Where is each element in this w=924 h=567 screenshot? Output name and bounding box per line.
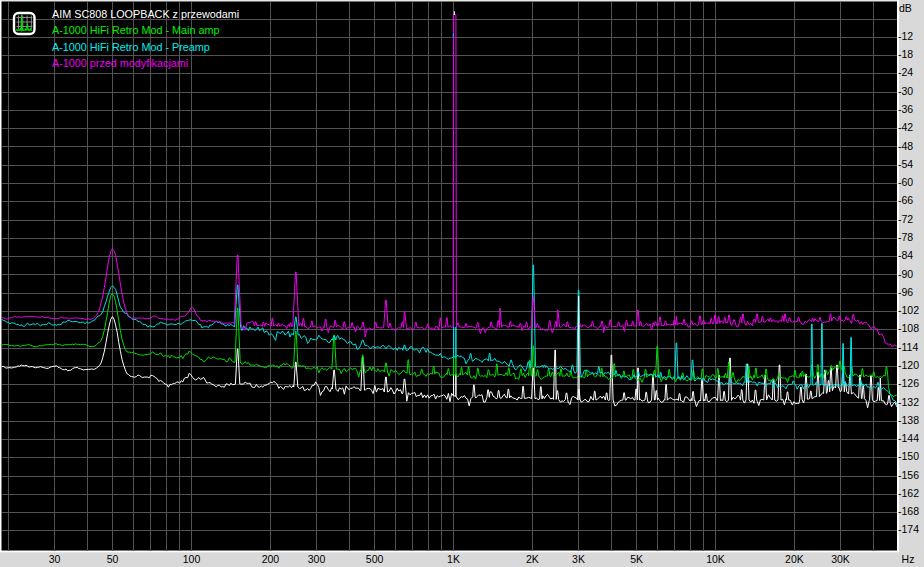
svg-text:2K: 2K — [526, 553, 539, 565]
svg-text:A-1000 HiFi Retro Mod - Preamp: A-1000 HiFi Retro Mod - Preamp — [52, 41, 210, 53]
svg-text:-78: -78 — [898, 231, 913, 243]
svg-text:-60: -60 — [898, 176, 913, 188]
svg-text:-30: -30 — [898, 85, 913, 97]
svg-text:-36: -36 — [898, 103, 913, 115]
svg-text:Hz: Hz — [902, 553, 915, 565]
svg-text:-24: -24 — [898, 66, 913, 78]
svg-text:5K: 5K — [630, 553, 643, 565]
svg-text:30: 30 — [49, 553, 61, 565]
svg-text:300: 300 — [308, 553, 326, 565]
svg-text:-84: -84 — [898, 249, 913, 261]
svg-text:1K: 1K — [447, 553, 460, 565]
svg-text:AIM SC808 LOOPBACK z przewodam: AIM SC808 LOOPBACK z przewodami — [52, 8, 239, 20]
svg-text:3K: 3K — [572, 553, 585, 565]
svg-text:-168: -168 — [898, 505, 919, 517]
svg-text:-66: -66 — [898, 194, 913, 206]
svg-text:-150: -150 — [898, 450, 919, 462]
svg-text:-162: -162 — [898, 487, 919, 499]
svg-text:30K: 30K — [831, 553, 850, 565]
svg-text:-108: -108 — [898, 322, 919, 334]
svg-text:A-1000 HiFi Retro Mod - Main a: A-1000 HiFi Retro Mod - Main amp — [52, 24, 219, 36]
svg-text:-48: -48 — [898, 140, 913, 152]
svg-text:dB: dB — [899, 2, 912, 14]
svg-text:-102: -102 — [898, 304, 919, 316]
svg-text:-126: -126 — [898, 377, 919, 389]
svg-text:20K: 20K — [785, 553, 804, 565]
svg-text:-18: -18 — [898, 48, 913, 60]
svg-text:-72: -72 — [898, 213, 913, 225]
svg-text:-138: -138 — [898, 414, 919, 426]
svg-text:-144: -144 — [898, 432, 919, 444]
svg-text:50: 50 — [107, 553, 119, 565]
svg-text:-12: -12 — [898, 30, 913, 42]
svg-text:A-1000 przed modyfikacjami: A-1000 przed modyfikacjami — [52, 57, 188, 69]
svg-text:-132: -132 — [898, 396, 919, 408]
svg-text:-120: -120 — [898, 359, 919, 371]
svg-text:-114: -114 — [898, 341, 918, 353]
svg-text:-174: -174 — [898, 523, 919, 535]
svg-text:500: 500 — [366, 553, 384, 565]
svg-text:-96: -96 — [898, 286, 913, 298]
svg-text:10K: 10K — [706, 553, 725, 565]
svg-text:-156: -156 — [898, 469, 919, 481]
svg-text:100: 100 — [183, 553, 201, 565]
svg-text:-42: -42 — [898, 121, 913, 133]
svg-text:-90: -90 — [898, 268, 913, 280]
svg-text:-54: -54 — [898, 158, 913, 170]
svg-text:200: 200 — [262, 553, 280, 565]
